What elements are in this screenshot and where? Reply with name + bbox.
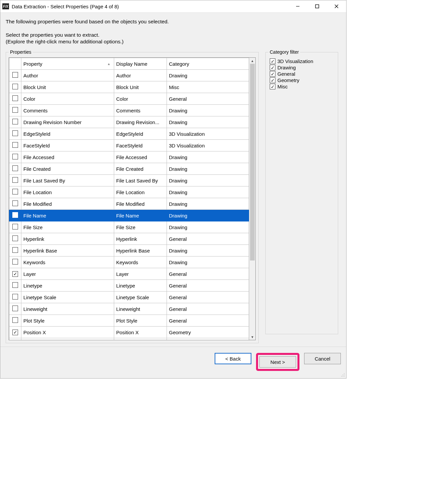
scroll-up-arrow-icon[interactable]: ▲ bbox=[249, 58, 255, 64]
row-checkbox-cell[interactable] bbox=[9, 128, 21, 140]
row-checkbox-cell[interactable] bbox=[9, 221, 21, 233]
row-checkbox-cell[interactable] bbox=[9, 175, 21, 186]
table-row[interactable]: Linetype ScaleLinetype ScaleGeneral bbox=[9, 292, 249, 303]
next-button[interactable]: Next > bbox=[259, 356, 296, 368]
row-checkbox-cell[interactable] bbox=[9, 81, 21, 93]
row-checkbox[interactable] bbox=[12, 154, 18, 159]
category-filter-item[interactable]: General bbox=[270, 71, 334, 77]
table-row[interactable]: ColorColorGeneral bbox=[9, 93, 249, 105]
row-checkbox-cell[interactable] bbox=[9, 257, 21, 268]
minimize-button[interactable] bbox=[288, 0, 307, 12]
row-checkbox-cell[interactable] bbox=[9, 140, 21, 151]
row-checkbox[interactable] bbox=[12, 259, 18, 265]
row-checkbox[interactable] bbox=[12, 95, 18, 101]
row-checkbox-cell[interactable] bbox=[9, 186, 21, 198]
row-checkbox[interactable] bbox=[12, 84, 18, 89]
row-checkbox-cell[interactable] bbox=[9, 210, 21, 221]
row-checkbox[interactable] bbox=[12, 247, 18, 253]
cell-category: Misc bbox=[167, 81, 249, 93]
row-checkbox[interactable] bbox=[12, 212, 18, 218]
table-row[interactable]: Plot StylePlot StyleGeneral bbox=[9, 315, 249, 327]
row-checkbox-cell[interactable] bbox=[9, 338, 21, 340]
table-row[interactable]: LineweightLineweightGeneral bbox=[9, 303, 249, 315]
row-checkbox-cell[interactable] bbox=[9, 116, 21, 128]
table-row[interactable]: File SizeFile SizeDrawing bbox=[9, 221, 249, 233]
column-header-display-name[interactable]: Display Name bbox=[114, 58, 167, 70]
cancel-button[interactable]: Cancel bbox=[304, 353, 341, 364]
category-filter-item[interactable]: Drawing bbox=[270, 64, 334, 71]
cell-property: Drawing Revision Number bbox=[21, 116, 114, 128]
row-checkbox[interactable] bbox=[12, 306, 18, 311]
table-row[interactable]: CommentsCommentsDrawing bbox=[9, 105, 249, 116]
category-filter-checkbox[interactable] bbox=[270, 71, 275, 77]
table-row[interactable]: File CreatedFile CreatedDrawing bbox=[9, 163, 249, 175]
category-filter-item[interactable]: Geometry bbox=[270, 77, 334, 83]
table-row[interactable]: File ModifiedFile ModifiedDrawing bbox=[9, 198, 249, 210]
table-row[interactable]: FaceStyleIdFaceStyleId3D Visualization bbox=[9, 140, 249, 151]
row-checkbox-cell[interactable] bbox=[9, 268, 21, 280]
table-row[interactable]: Hyperlink BaseHyperlink BaseDrawing bbox=[9, 245, 249, 257]
row-checkbox-cell[interactable] bbox=[9, 93, 21, 105]
table-row[interactable]: Drawing Revision NumberDrawing Revision.… bbox=[9, 116, 249, 128]
row-checkbox-cell[interactable] bbox=[9, 245, 21, 257]
column-header-property[interactable]: Property ▲ bbox=[21, 58, 114, 70]
table-row[interactable]: LayerLayerGeneral bbox=[9, 268, 249, 280]
row-checkbox-cell[interactable] bbox=[9, 280, 21, 292]
row-checkbox[interactable] bbox=[12, 142, 18, 148]
category-filter-checkbox[interactable] bbox=[270, 65, 275, 70]
row-checkbox[interactable] bbox=[12, 107, 18, 113]
table-row[interactable]: File NameFile NameDrawing bbox=[9, 210, 249, 221]
category-filter-checkbox[interactable] bbox=[270, 84, 275, 89]
table-row[interactable]: HyperlinkHyperlinkGeneral bbox=[9, 233, 249, 245]
column-header-checkbox[interactable] bbox=[9, 58, 21, 70]
row-checkbox[interactable] bbox=[12, 235, 18, 241]
properties-grid[interactable]: Property ▲ Display Name Category AuthorA… bbox=[9, 57, 256, 340]
row-checkbox[interactable] bbox=[12, 330, 18, 335]
row-checkbox[interactable] bbox=[12, 294, 18, 300]
resize-grip-icon[interactable] bbox=[340, 372, 345, 377]
row-checkbox[interactable] bbox=[12, 177, 18, 183]
table-row[interactable]: Position YPosition YGeometry bbox=[9, 338, 249, 340]
row-checkbox[interactable] bbox=[12, 200, 18, 206]
row-checkbox-cell[interactable] bbox=[9, 70, 21, 81]
table-row[interactable]: File AccessedFile AccessedDrawing bbox=[9, 151, 249, 163]
row-checkbox-cell[interactable] bbox=[9, 233, 21, 245]
table-row[interactable]: EdgeStyleIdEdgeStyleId3D Visualization bbox=[9, 128, 249, 140]
table-row[interactable]: LinetypeLinetypeGeneral bbox=[9, 280, 249, 292]
row-checkbox-cell[interactable] bbox=[9, 163, 21, 175]
table-row[interactable]: File LocationFile LocationDrawing bbox=[9, 186, 249, 198]
category-filter-item[interactable]: Misc bbox=[270, 83, 334, 90]
row-checkbox[interactable] bbox=[12, 189, 18, 194]
table-row[interactable]: Block UnitBlock UnitMisc bbox=[9, 81, 249, 93]
row-checkbox[interactable] bbox=[12, 271, 18, 277]
row-checkbox[interactable] bbox=[12, 72, 18, 78]
category-filter-item[interactable]: 3D Visualization bbox=[270, 58, 334, 64]
table-row[interactable]: File Last Saved ByFile Last Saved ByDraw… bbox=[9, 175, 249, 186]
scroll-down-arrow-icon[interactable]: ▼ bbox=[249, 334, 255, 340]
row-checkbox-cell[interactable] bbox=[9, 105, 21, 116]
row-checkbox-cell[interactable] bbox=[9, 303, 21, 315]
row-checkbox-cell[interactable] bbox=[9, 151, 21, 163]
scrollbar-thumb[interactable] bbox=[250, 64, 255, 261]
row-checkbox[interactable] bbox=[12, 224, 18, 229]
row-checkbox[interactable] bbox=[12, 119, 18, 124]
row-checkbox[interactable] bbox=[12, 130, 18, 136]
table-row[interactable]: AuthorAuthorDrawing bbox=[9, 70, 249, 81]
back-button[interactable]: < Back bbox=[215, 353, 251, 364]
category-filter-checkbox[interactable] bbox=[270, 58, 275, 64]
row-checkbox-cell[interactable] bbox=[9, 292, 21, 303]
row-checkbox-cell[interactable] bbox=[9, 327, 21, 338]
row-checkbox[interactable] bbox=[12, 165, 18, 171]
row-checkbox[interactable] bbox=[12, 317, 18, 323]
close-button[interactable] bbox=[327, 0, 346, 12]
vertical-scrollbar[interactable]: ▲ ▼ bbox=[249, 58, 255, 340]
table-row[interactable]: Position XPosition XGeometry bbox=[9, 327, 249, 338]
cell-property: Author bbox=[21, 70, 114, 81]
maximize-button[interactable] bbox=[307, 0, 327, 12]
category-filter-checkbox[interactable] bbox=[270, 77, 275, 83]
row-checkbox-cell[interactable] bbox=[9, 315, 21, 327]
row-checkbox[interactable] bbox=[12, 282, 18, 288]
table-row[interactable]: KeywordsKeywordsDrawing bbox=[9, 257, 249, 268]
row-checkbox-cell[interactable] bbox=[9, 198, 21, 210]
column-header-category[interactable]: Category bbox=[167, 58, 249, 70]
